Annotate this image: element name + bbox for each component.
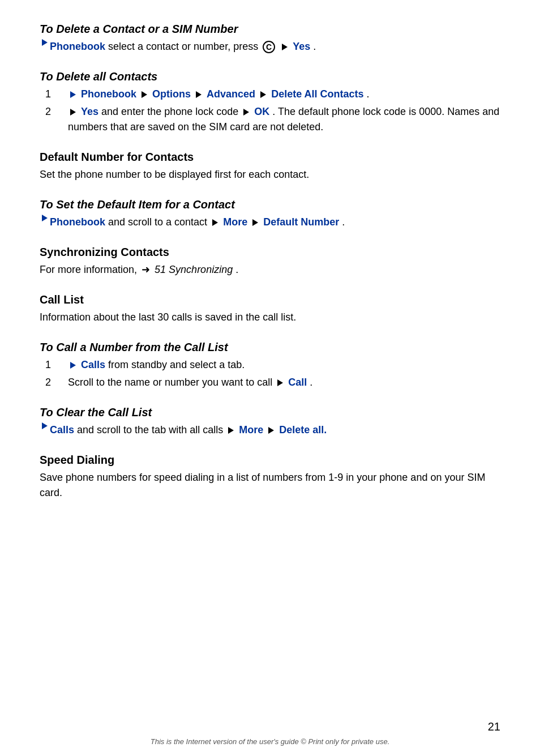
arrow-icon-8 <box>243 109 249 116</box>
link-delete-all-contacts: Delete All Contacts <box>271 88 363 100</box>
link-options: Options <box>152 88 191 100</box>
call-step-number-1: 1 <box>45 357 68 373</box>
link-calls-1: Calls <box>81 359 105 370</box>
arrow-icon-15 <box>228 427 234 434</box>
link-call: Call <box>288 377 307 388</box>
arrow-icon-3 <box>70 91 76 98</box>
link-default-number: Default Number <box>263 216 339 228</box>
section-title-delete-contact-sim: To Delete a Contact or a SIM Number <box>40 23 500 36</box>
link-phonebook-2: Phonebook <box>81 88 136 100</box>
section-body-delete-all-contacts: 1 Phonebook Options Advanced Delete All … <box>40 87 500 135</box>
section-title-call-from-list: To Call a Number from the Call List <box>40 341 500 354</box>
arrow-icon-10 <box>212 219 218 226</box>
arrow-icon-6 <box>260 91 266 98</box>
section-call-list: Call List Information about the last 30 … <box>40 293 500 325</box>
section-delete-contact-sim: To Delete a Contact or a SIM Number Phon… <box>40 23 500 54</box>
section-call-from-list: To Call a Number from the Call List 1 Ca… <box>40 341 500 390</box>
section-body-call-from-list: 1 Calls from standby and select a tab. 2… <box>40 357 500 390</box>
link-yes-2: Yes <box>81 106 98 117</box>
arrow-icon-2 <box>282 44 288 50</box>
section-title-default-number: Default Number for Contacts <box>40 151 500 164</box>
section-speed-dialing: Speed Dialing Save phone numbers for spe… <box>40 454 500 501</box>
section-title-set-default: To Set the Default Item for a Contact <box>40 198 500 211</box>
section-title-sync: Synchronizing Contacts <box>40 246 500 259</box>
arrow-icon-11 <box>252 219 258 226</box>
numbered-list-call-from-list: 1 Calls from standby and select a tab. 2… <box>45 357 500 390</box>
section-title-call-list: Call List <box>40 293 500 306</box>
section-title-clear-call-list: To Clear the Call List <box>40 406 500 419</box>
section-sync-contacts: Synchronizing Contacts For more informat… <box>40 246 500 277</box>
link-yes-1: Yes <box>293 41 310 52</box>
call-step-2: 2 Scroll to the name or number you want … <box>45 375 500 390</box>
section-body-speed-dialing: Save phone numbers for speed dialing in … <box>40 470 500 501</box>
arrow-icon-7 <box>70 109 76 116</box>
step-content-2: Yes and enter the phone lock code OK . T… <box>68 104 500 135</box>
section-set-default-item: To Set the Default Item for a Contact Ph… <box>40 198 500 230</box>
link-phonebook-1: Phonebook <box>50 41 105 52</box>
section-title-delete-all-contacts: To Delete all Contacts <box>40 70 500 83</box>
call-step-content-2: Scroll to the name or number you want to… <box>68 375 500 390</box>
arrow-icon-4 <box>142 91 147 98</box>
arrow-icon-5 <box>196 91 202 98</box>
step-number-1: 1 <box>45 87 68 102</box>
arrow-icon-14 <box>42 422 48 429</box>
arrow-icon-13 <box>277 379 283 386</box>
step-content-1: Phonebook Options Advanced Delete All Co… <box>68 87 500 102</box>
section-body-set-default: Phonebook and scroll to a contact More D… <box>40 215 500 230</box>
arrow-icon-16 <box>268 427 274 434</box>
arrow-icon-1 <box>42 39 48 46</box>
link-more-2: More <box>239 424 263 435</box>
link-calls-2: Calls <box>50 424 74 435</box>
ref-arrow-icon: ➜ <box>142 262 150 277</box>
section-delete-all-contacts: To Delete all Contacts 1 Phonebook Optio… <box>40 70 500 135</box>
link-phonebook-3: Phonebook <box>50 216 105 228</box>
page-number: 21 <box>488 720 500 733</box>
section-body-clear-call-list: Calls and scroll to the tab with all cal… <box>40 422 500 438</box>
call-step-content-1: Calls from standby and select a tab. <box>68 357 500 373</box>
section-body-sync: For more information, ➜ 51 Synchronizing… <box>40 262 500 277</box>
call-step-1: 1 Calls from standby and select a tab. <box>45 357 500 373</box>
circle-c-icon: C <box>263 41 275 53</box>
step-2-delete-all: 2 Yes and enter the phone lock code OK .… <box>45 104 500 135</box>
link-more-1: More <box>223 216 247 228</box>
section-title-speed-dialing: Speed Dialing <box>40 454 500 467</box>
link-advanced: Advanced <box>207 88 255 100</box>
arrow-icon-9 <box>42 215 48 221</box>
link-ok: OK <box>254 106 269 117</box>
footer-text: This is the Internet version of the user… <box>0 737 540 746</box>
step-1-delete-all: 1 Phonebook Options Advanced Delete All … <box>45 87 500 102</box>
section-default-number: Default Number for Contacts Set the phon… <box>40 151 500 182</box>
section-body-default-number: Set the phone number to be displayed fir… <box>40 167 500 182</box>
link-delete-all: Delete all. <box>279 424 327 435</box>
step-number-2: 2 <box>45 104 68 135</box>
section-body-call-list: Information about the last 30 calls is s… <box>40 310 500 325</box>
numbered-list-delete-all: 1 Phonebook Options Advanced Delete All … <box>45 87 500 135</box>
section-body-delete-contact-sim: Phonebook select a contact or number, pr… <box>40 39 500 54</box>
section-clear-call-list: To Clear the Call List Calls and scroll … <box>40 406 500 438</box>
arrow-icon-12 <box>70 362 76 369</box>
call-step-number-2: 2 <box>45 375 68 390</box>
